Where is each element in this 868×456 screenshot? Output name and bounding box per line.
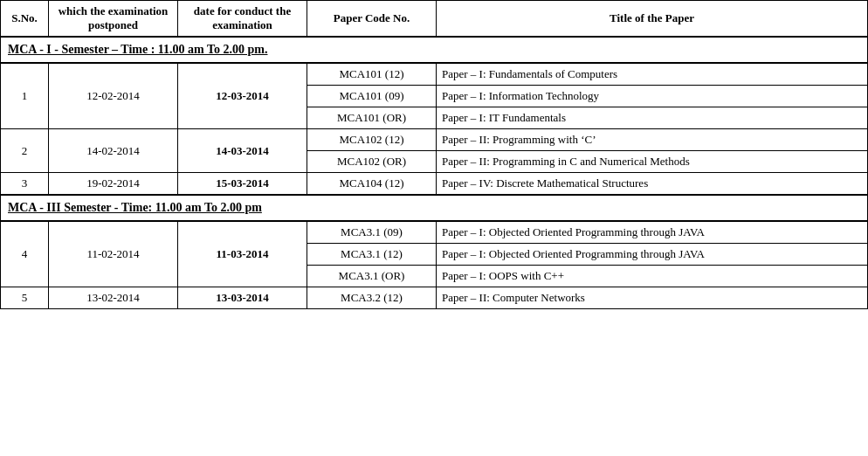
cell-paper-code: MCA3.1 (OR) — [307, 266, 437, 287]
cell-paper-code: MCA102 (12) — [307, 129, 437, 151]
cell-date-postponed: 13-02-2014 — [49, 287, 178, 309]
table-row: 319-02-201415-03-2014MCA104 (12)Paper – … — [1, 173, 868, 196]
table-row: 214-02-201414-03-2014MCA102 (12)Paper – … — [1, 129, 868, 151]
cell-date-postponed: 19-02-2014 — [49, 173, 178, 196]
section-title: MCA - III Semester - Time: 11.00 am To 2… — [1, 195, 868, 221]
table-row: 411-02-201411-03-2014MCA3.1 (09)Paper – … — [1, 221, 868, 244]
section-title: MCA - I - Semester – Time : 11.00 am To … — [1, 37, 868, 63]
cell-paper-code: MCA3.1 (09) — [307, 221, 437, 244]
cell-title: Paper – I: Fundamentals of Computers — [437, 63, 868, 86]
header-sno: S.No. — [1, 1, 49, 38]
cell-paper-code: MCA102 (OR) — [307, 151, 437, 173]
header-date-conduct: date for conduct the examination — [178, 1, 307, 38]
cell-title: Paper – II: Computer Networks — [437, 287, 868, 309]
cell-paper-code: MCA101 (OR) — [307, 107, 437, 129]
header-date-postponed: which the examination postponed — [49, 1, 178, 38]
cell-date-postponed: 11-02-2014 — [49, 221, 178, 287]
cell-date-postponed: 12-02-2014 — [49, 63, 178, 129]
cell-date-conduct: 12-03-2014 — [178, 63, 307, 129]
cell-date-conduct: 14-03-2014 — [178, 129, 307, 173]
cell-title: Paper – I: Objected Oriented Programming… — [437, 244, 868, 266]
cell-sno: 5 — [1, 287, 49, 309]
cell-date-conduct: 11-03-2014 — [178, 221, 307, 287]
cell-sno: 1 — [1, 63, 49, 129]
cell-paper-code: MCA104 (12) — [307, 173, 437, 196]
header-title: Title of the Paper — [437, 1, 868, 38]
cell-date-conduct: 15-03-2014 — [178, 173, 307, 196]
cell-title: Paper – I: IT Fundamentals — [437, 107, 868, 129]
exam-table: S.No. which the examination postponed da… — [0, 0, 868, 309]
cell-title: Paper – I: Objected Oriented Programming… — [437, 221, 868, 244]
header-paper-code: Paper Code No. — [307, 1, 437, 38]
cell-title: Paper – IV: Discrete Mathematical Struct… — [437, 173, 868, 196]
section-header-row: MCA - III Semester - Time: 11.00 am To 2… — [1, 195, 868, 221]
main-container: S.No. which the examination postponed da… — [0, 0, 868, 309]
section-header-row: MCA - I - Semester – Time : 11.00 am To … — [1, 37, 868, 63]
cell-sno: 3 — [1, 173, 49, 196]
cell-sno: 4 — [1, 221, 49, 287]
cell-title: Paper – II: Programming with ‘C’ — [437, 129, 868, 151]
table-row: 112-02-201412-03-2014MCA101 (12)Paper – … — [1, 63, 868, 86]
cell-paper-code: MCA3.1 (12) — [307, 244, 437, 266]
cell-sno: 2 — [1, 129, 49, 173]
table-row: 513-02-201413-03-2014MCA3.2 (12)Paper – … — [1, 287, 868, 309]
cell-title: Paper – II: Programming in C and Numeric… — [437, 151, 868, 173]
cell-paper-code: MCA3.2 (12) — [307, 287, 437, 309]
cell-title: Paper – I: Information Technology — [437, 86, 868, 107]
header-row: S.No. which the examination postponed da… — [1, 1, 868, 38]
cell-paper-code: MCA101 (09) — [307, 86, 437, 107]
cell-paper-code: MCA101 (12) — [307, 63, 437, 86]
cell-title: Paper – I: OOPS with C++ — [437, 266, 868, 287]
cell-date-conduct: 13-03-2014 — [178, 287, 307, 309]
cell-date-postponed: 14-02-2014 — [49, 129, 178, 173]
